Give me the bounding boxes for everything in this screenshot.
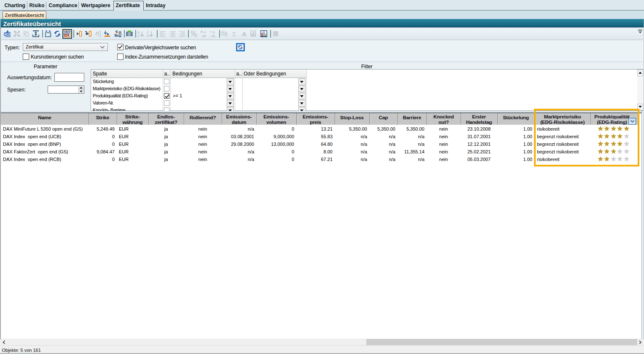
svg-text:A: A (242, 30, 247, 37)
svg-text:.00: .00 (201, 34, 206, 38)
svg-text:.00: .00 (211, 34, 215, 38)
svg-text:Z: Z (137, 34, 140, 37)
svg-text:Σ: Σ (232, 31, 236, 37)
svg-text:A: A (147, 34, 149, 37)
